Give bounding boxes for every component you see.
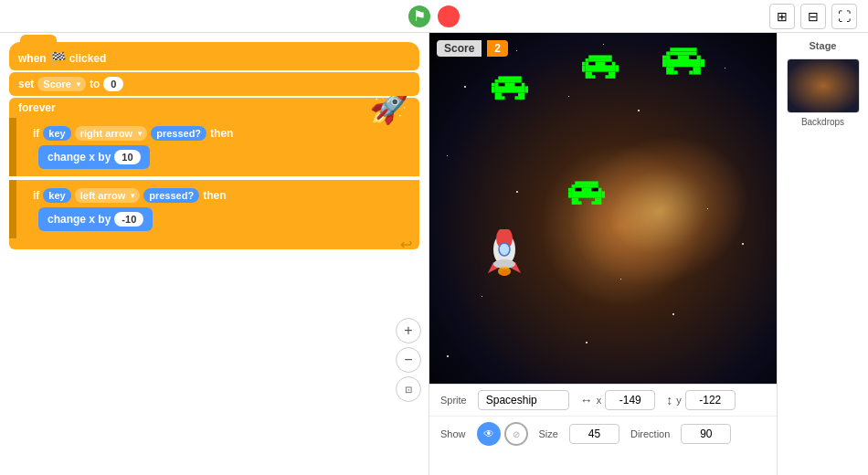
svg-rect-0 — [492, 83, 495, 87]
change-x-negative-block[interactable]: change x by -10 — [38, 207, 153, 231]
svg-rect-41 — [575, 182, 598, 185]
change-x-val2: -10 — [114, 212, 143, 227]
svg-rect-18 — [582, 65, 586, 71]
svg-rect-39 — [568, 188, 572, 192]
svg-rect-23 — [592, 75, 596, 79]
show-hidden-btn[interactable]: ⊘ — [504, 422, 528, 446]
top-bar: ⚑ ⊞ ⊟ ⛶ — [0, 0, 868, 33]
x-label: x — [597, 395, 602, 406]
clicked-label: clicked — [69, 52, 107, 65]
change-x-negative-indent: change x by -10 — [38, 207, 412, 233]
layout-btn-2[interactable]: ⊟ — [800, 4, 826, 29]
svg-rect-13 — [582, 62, 586, 66]
size-input[interactable] — [569, 424, 619, 444]
if-right-bottom — [24, 171, 412, 176]
size-label: Size — [539, 428, 558, 439]
sprite-panel-bottom-row: Show 👁 ⊘ Size Direction — [429, 417, 777, 451]
then-label-1: then — [210, 127, 233, 140]
set-score-block[interactable]: set Score to 0 — [9, 72, 419, 96]
sprite-text-label: Sprite — [440, 395, 467, 406]
stage-thumbnail[interactable] — [787, 58, 860, 113]
change-x-positive-block[interactable]: change x by 10 — [38, 145, 150, 169]
svg-rect-15 — [588, 55, 611, 58]
show-visible-btn[interactable]: 👁 — [477, 422, 501, 446]
svg-rect-50 — [591, 202, 595, 206]
svg-rect-45 — [601, 192, 605, 198]
to-label: to — [90, 78, 100, 90]
stop-button[interactable] — [438, 5, 460, 27]
svg-rect-9 — [495, 93, 502, 100]
pressed-label-2: pressed? — [143, 188, 199, 203]
score-value: 2 — [487, 40, 508, 57]
forever-label[interactable]: forever — [9, 98, 419, 118]
green-flag-icon: ⚑ — [413, 7, 426, 25]
key-label-1: key — [43, 126, 70, 141]
change-x-positive-indent: change x by 10 — [38, 145, 412, 171]
forever-block-wrapper: forever if key right arrow pressed? then — [9, 98, 419, 249]
svg-rect-12 — [518, 93, 524, 100]
svg-rect-19 — [616, 65, 619, 71]
score-label: Score — [437, 40, 482, 57]
code-panel: 🚀 when 🏁 clicked set Score to 0 foreve — [0, 33, 429, 475]
svg-rect-6 — [525, 86, 529, 92]
when-label: when — [18, 52, 47, 65]
svg-rect-24 — [606, 75, 609, 79]
svg-rect-20 — [588, 62, 595, 66]
blocks-area[interactable]: 🚀 when 🏁 clicked set Score to 0 foreve — [0, 33, 429, 475]
direction-input[interactable] — [681, 424, 731, 444]
change-x-label-2: change x by — [48, 213, 111, 226]
backdrops-label: Backdrops — [801, 117, 844, 127]
svg-rect-38 — [693, 68, 700, 75]
loop-arrow-icon: ↩ — [400, 236, 412, 253]
layout-buttons: ⊞ ⊟ ⛶ — [769, 4, 857, 29]
alien-sprite-3 — [662, 47, 704, 83]
y-input[interactable] — [685, 390, 736, 410]
stage-column: Score 2 — [429, 33, 777, 475]
svg-rect-1 — [495, 79, 499, 83]
if-right-block-wrapper: if key right arrow pressed? then change … — [9, 118, 419, 176]
key-label-2: key — [43, 188, 70, 203]
svg-rect-21 — [606, 62, 612, 66]
zoom-controls: + − ⊡ — [396, 318, 421, 402]
x-input[interactable] — [605, 390, 655, 410]
playback-controls: ⚑ — [408, 5, 460, 27]
svg-rect-46 — [575, 188, 581, 192]
x-coord-group: ↔ x — [580, 390, 656, 410]
svg-rect-51 — [595, 198, 601, 205]
sprite-name-input[interactable] — [478, 390, 569, 410]
svg-rect-29 — [670, 52, 696, 56]
if-right-arrow-block[interactable]: if key right arrow pressed? then — [24, 121, 412, 145]
sprite-panel-top-row: Sprite ↔ x ↕ y — [429, 385, 777, 417]
score-var-dropdown[interactable]: Score — [37, 77, 86, 91]
zoom-fit-btn[interactable]: ⊡ — [396, 376, 421, 402]
svg-rect-42 — [575, 185, 598, 188]
svg-rect-14 — [586, 58, 589, 62]
svg-rect-5 — [492, 86, 495, 92]
svg-rect-22 — [586, 72, 592, 79]
svg-rect-40 — [572, 185, 576, 188]
svg-rect-27 — [666, 52, 670, 56]
right-arrow-dropdown[interactable]: right arrow — [75, 126, 147, 141]
svg-rect-11 — [515, 96, 519, 100]
zoom-in-btn[interactable]: + — [396, 318, 421, 343]
stage-canvas[interactable]: Score 2 — [429, 33, 777, 384]
y-label: y — [676, 395, 682, 406]
svg-rect-49 — [578, 202, 582, 206]
alien-sprite-1 — [492, 75, 528, 108]
svg-rect-3 — [499, 79, 522, 83]
when-flag-clicked-block[interactable]: when 🏁 clicked — [9, 42, 419, 70]
layout-btn-1[interactable]: ⊞ — [769, 4, 795, 29]
direction-label: Direction — [630, 428, 670, 439]
green-flag-button[interactable]: ⚑ — [408, 5, 430, 27]
svg-point-57 — [501, 270, 508, 276]
if-label-1: if — [33, 127, 39, 140]
left-arrow-dropdown[interactable]: left arrow — [75, 188, 141, 203]
svg-point-54 — [499, 243, 510, 256]
fullscreen-btn[interactable]: ⛶ — [831, 4, 857, 29]
when-flag-script: when 🏁 clicked set Score to 0 forever — [9, 42, 419, 249]
forever-bottom: ↩ — [9, 238, 419, 249]
if-left-arrow-block[interactable]: if key left arrow pressed? then — [24, 184, 412, 207]
zoom-out-btn[interactable]: − — [396, 347, 421, 373]
svg-rect-36 — [673, 71, 677, 75]
change-x-label-1: change x by — [48, 151, 111, 164]
